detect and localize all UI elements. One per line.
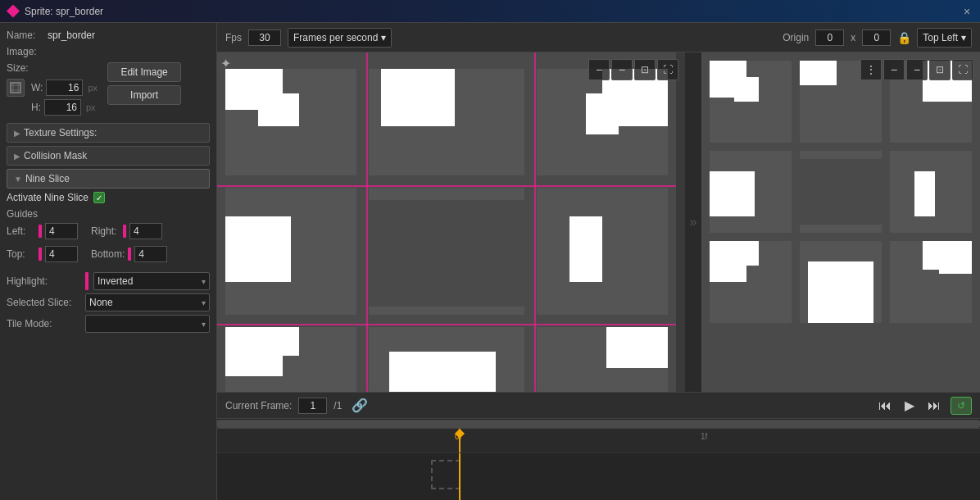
origin-pos-arrow: ▾ — [961, 32, 966, 43]
name-label: Name: — [7, 30, 48, 41]
guide-left-bar — [39, 225, 42, 238]
collision-mask-arrow: ▶ — [14, 152, 20, 161]
link-button[interactable]: 🔗 — [348, 398, 371, 413]
fps-label: Fps — [225, 32, 242, 43]
preview-fit-button[interactable]: ⊡ — [929, 59, 951, 80]
preview-menu-button[interactable]: ⋮ — [860, 59, 882, 80]
fps-unit-dropdown[interactable]: Frames per second ▾ — [288, 28, 392, 48]
collision-mask-label: Collision Mask — [24, 150, 87, 161]
activate-nine-slice-checkbox[interactable]: ✓ — [93, 192, 105, 203]
tile-mode-dropdown-arrow: ▾ — [202, 320, 206, 329]
nine-slice-arrow: ▼ — [14, 175, 22, 184]
svg-rect-0 — [11, 83, 20, 93]
zoom-out-button[interactable]: − — [611, 59, 633, 80]
app-icon — [7, 5, 20, 18]
texture-settings-arrow: ▶ — [14, 129, 20, 138]
size-section: Size: W: px — [7, 62, 98, 116]
guide-top-row: Top: — [7, 246, 78, 262]
sprite-canvas-svg — [217, 52, 676, 392]
panel-splitter[interactable]: » — [685, 52, 701, 392]
svg-rect-60 — [746, 266, 792, 323]
total-frames-label: /1 — [333, 400, 342, 411]
preview-zoom-in-button[interactable]: − — [883, 59, 905, 80]
timeline-ruler: 0f 1f — [217, 429, 980, 453]
guide-right-label: Right: — [91, 225, 120, 237]
preview-full-button[interactable]: ⛶ — [952, 59, 973, 80]
highlight-indicator — [85, 272, 88, 290]
track-playhead-line — [459, 453, 461, 500]
guides-label: Guides — [7, 208, 210, 220]
guide-bottom-input[interactable] — [134, 246, 167, 262]
size-label: Size: — [7, 62, 48, 74]
guide-bottom-label: Bottom: — [91, 248, 125, 260]
highlight-dropdown-arrow: ▾ — [202, 277, 206, 286]
svg-rect-63 — [800, 241, 882, 261]
name-row: Name: spr_border — [7, 30, 210, 41]
collision-mask-section[interactable]: ▶ Collision Mask — [7, 146, 210, 166]
lock-icon[interactable]: 🔒 — [897, 30, 910, 45]
nine-slice-section[interactable]: ▼ Nine Slice — [7, 169, 210, 189]
guide-right-bar — [123, 225, 126, 238]
timeline-area: 0f 1f — [217, 418, 980, 500]
close-button[interactable]: × — [960, 5, 973, 18]
import-button[interactable]: Import — [107, 85, 181, 105]
last-frame-button[interactable]: ⏭ — [924, 398, 944, 413]
zoom-in-button[interactable]: − — [588, 59, 610, 80]
zoom-fit-button[interactable]: ⊡ — [634, 59, 656, 80]
title-bar: Sprite: spr_border × — [0, 0, 980, 23]
tile-mode-row: Tile Mode: ▾ — [7, 315, 210, 333]
guide-bottom-bar — [128, 248, 131, 261]
width-unit: px — [88, 83, 98, 93]
height-unit: px — [86, 102, 96, 112]
nine-slice-label: Nine Slice — [25, 173, 70, 184]
preview-zoom-out-button[interactable]: − — [906, 59, 928, 80]
guide-left-input[interactable] — [45, 223, 78, 239]
top-toolbar: Fps Frames per second ▾ Origin x 🔒 Top L… — [217, 23, 980, 52]
current-frame-label: Current Frame: — [225, 400, 292, 411]
first-frame-button[interactable]: ⏮ — [875, 398, 895, 413]
tile-mode-label: Tile Mode: — [7, 318, 80, 330]
origin-x-input[interactable] — [815, 30, 844, 46]
preview-panel: ⋮ − − ⊡ ⛶ — [701, 52, 980, 392]
origin-pos-dropdown[interactable]: Top Left ▾ — [917, 28, 972, 48]
svg-rect-12 — [381, 69, 455, 126]
current-frame-input[interactable] — [298, 398, 327, 414]
timeline-tracks — [217, 453, 980, 500]
origin-x-label: x — [851, 32, 855, 43]
origin-y-input[interactable] — [862, 30, 891, 46]
play-button[interactable]: ▶ — [901, 398, 918, 413]
zoom-full-button[interactable]: ⛶ — [657, 59, 678, 80]
texture-settings-section[interactable]: ▶ Texture Settings: — [7, 123, 210, 143]
svg-rect-10 — [258, 93, 299, 126]
svg-rect-13 — [381, 134, 455, 175]
svg-rect-32 — [369, 327, 524, 352]
image-row: Image: — [7, 46, 210, 57]
width-label: W: — [31, 82, 43, 93]
image-buttons: Edit Image Import — [107, 62, 181, 110]
height-input[interactable] — [44, 99, 81, 116]
svg-rect-25 — [537, 188, 569, 315]
selected-slice-label: Selected Slice: — [7, 297, 80, 308]
timeline-scrollbar[interactable] — [217, 419, 980, 429]
guide-left-label: Left: — [7, 225, 35, 237]
svg-rect-22 — [369, 200, 524, 307]
selected-slice-dropdown-arrow: ▾ — [202, 298, 206, 307]
highlight-label: Highlight: — [7, 275, 80, 287]
highlight-dropdown[interactable]: Inverted ▾ — [93, 272, 210, 290]
svg-rect-34 — [606, 327, 668, 368]
activate-nine-slice-label: Activate Nine Slice — [7, 192, 88, 203]
timeline-scrollbar-thumb[interactable] — [217, 420, 980, 428]
guide-bottom-row: Bottom: — [91, 246, 167, 262]
selected-slice-value: None — [89, 297, 113, 308]
guide-left-row: Left: — [7, 223, 78, 239]
width-input[interactable] — [46, 80, 83, 96]
fps-input[interactable] — [248, 30, 281, 46]
svg-rect-54 — [800, 159, 882, 225]
edit-image-button[interactable]: Edit Image — [107, 62, 181, 82]
loop-button[interactable]: ↺ — [951, 397, 972, 415]
selected-slice-dropdown[interactable]: None ▾ — [85, 293, 210, 311]
tile-mode-dropdown[interactable]: ▾ — [85, 315, 210, 333]
main-layout: Name: spr_border Image: Size: — [0, 23, 980, 500]
guide-top-input[interactable] — [45, 246, 78, 262]
guide-right-input[interactable] — [129, 223, 162, 239]
